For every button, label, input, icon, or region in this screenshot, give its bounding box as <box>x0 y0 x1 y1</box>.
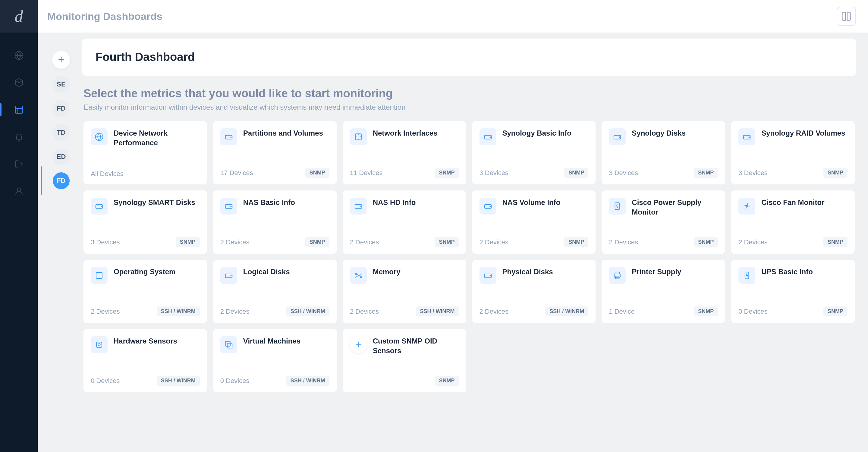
book-icon <box>841 11 852 22</box>
metric-card[interactable]: UPS Basic Info0 DevicesSNMP <box>731 260 855 323</box>
card-devices: 2 Devices <box>609 238 638 246</box>
metric-card[interactable]: Hardware Sensors0 DevicesSSH / WINRM <box>84 329 207 392</box>
disk-icon <box>220 267 237 284</box>
disk-icon <box>350 198 367 215</box>
metric-card[interactable]: Synology Disks3 DevicesSNMP <box>601 121 725 185</box>
metric-card[interactable]: Custom SNMP OID SensorsSNMP <box>343 329 466 392</box>
memory-icon <box>350 267 367 284</box>
card-bottom: 3 DevicesSNMP <box>479 168 589 178</box>
dashboard-badge-4[interactable]: FD <box>53 172 70 189</box>
globe-icon <box>91 128 107 145</box>
nav-network-icon[interactable] <box>14 51 24 60</box>
nav-dashboards-icon[interactable] <box>14 105 24 115</box>
card-tag: SNMP <box>435 237 459 247</box>
card-title: Virtual Machines <box>243 336 301 346</box>
card-top: Logical Disks <box>220 267 330 302</box>
card-devices: 2 Devices <box>220 238 250 246</box>
card-bottom: 2 DevicesSSH / WINRM <box>479 306 589 316</box>
card-devices: 3 Devices <box>479 169 509 177</box>
metric-card[interactable]: Operating System2 DevicesSSH / WINRM <box>84 260 207 323</box>
card-bottom: 2 DevicesSNMP <box>738 237 847 247</box>
card-devices: 3 Devices <box>609 169 638 177</box>
metric-card[interactable]: Partitions and Volumes17 DevicesSNMP <box>213 121 337 185</box>
metric-card[interactable]: Logical Disks2 DevicesSSH / WINRM <box>213 260 337 323</box>
metrics-grid: Device Network PerformanceAll DevicesPar… <box>82 121 856 392</box>
metric-card[interactable]: NAS Volume Info2 DevicesSNMP <box>472 190 596 254</box>
body-container: + SE FD TD ED FD Fourth Dashboard Select… <box>38 33 868 452</box>
metric-card[interactable]: Synology SMART Disks3 DevicesSNMP <box>84 190 207 254</box>
card-bottom: 2 DevicesSNMP <box>220 237 330 247</box>
nav-inventory-icon[interactable] <box>14 78 24 87</box>
disk-icon <box>220 198 237 215</box>
power-icon <box>609 198 626 215</box>
card-tag: SNMP <box>824 306 847 316</box>
card-devices: 0 Devices <box>91 377 120 385</box>
metric-card[interactable]: Synology Basic Info3 DevicesSNMP <box>472 121 596 185</box>
card-title: Printer Supply <box>632 267 681 277</box>
network-icon <box>350 128 367 145</box>
card-devices: All Devices <box>91 170 124 178</box>
main-nav: d <box>0 0 38 452</box>
card-devices: 2 Devices <box>479 238 509 246</box>
card-title: Physical Disks <box>502 267 553 277</box>
card-bottom: 2 DevicesSNMP <box>350 237 459 247</box>
card-bottom: All Devices <box>91 170 200 178</box>
help-button[interactable] <box>837 7 856 26</box>
nav-alerts-icon[interactable] <box>14 132 24 141</box>
card-tag: SNMP <box>564 237 588 247</box>
card-devices: 1 Device <box>609 308 635 316</box>
metric-card[interactable]: Network Interfaces11 DevicesSNMP <box>343 121 466 185</box>
metric-card[interactable]: Synology RAID Volumes3 DevicesSNMP <box>731 121 855 185</box>
metric-card[interactable]: Memory2 DevicesSSH / WINRM <box>343 260 466 323</box>
card-bottom: 0 DevicesSSH / WINRM <box>220 376 330 386</box>
card-top: Memory <box>350 267 459 302</box>
card-top: Custom SNMP OID Sensors <box>350 336 459 371</box>
intro-subtitle: Easily monitor information within device… <box>84 103 855 111</box>
card-title: Logical Disks <box>243 267 290 277</box>
sensor-icon <box>91 336 107 353</box>
panel-header: Fourth Dashboard <box>82 39 856 76</box>
dashboard-badge-2[interactable]: TD <box>53 124 70 141</box>
card-title: Device Network Performance <box>114 128 200 148</box>
card-bottom: 2 DevicesSNMP <box>609 237 718 247</box>
card-tag: SSH / WINRM <box>545 306 588 316</box>
card-devices: 11 Devices <box>350 169 383 177</box>
card-devices: 2 Devices <box>738 238 768 246</box>
card-top: Cisco Fan Monitor <box>738 198 847 232</box>
card-bottom: 3 DevicesSNMP <box>609 168 718 178</box>
nav-logout-icon[interactable] <box>14 159 24 169</box>
metric-card[interactable]: Device Network PerformanceAll Devices <box>84 121 207 185</box>
metric-card[interactable]: Printer Supply1 DeviceSNMP <box>601 260 725 323</box>
card-tag: SSH / WINRM <box>286 306 330 316</box>
card-top: Synology RAID Volumes <box>738 128 847 163</box>
card-title: Custom SNMP OID Sensors <box>373 336 459 356</box>
metric-card[interactable]: NAS Basic Info2 DevicesSNMP <box>213 190 337 254</box>
add-dashboard-button[interactable]: + <box>52 51 70 69</box>
metric-card[interactable]: Cisco Fan Monitor2 DevicesSNMP <box>731 190 855 254</box>
disk-icon <box>479 267 496 284</box>
dashboard-badge-3[interactable]: ED <box>53 148 70 165</box>
card-bottom: 2 DevicesSSH / WINRM <box>350 306 459 316</box>
logo[interactable]: d <box>0 0 38 33</box>
metric-card[interactable]: Virtual Machines0 DevicesSSH / WINRM <box>213 329 337 392</box>
metric-card[interactable]: NAS HD Info2 DevicesSNMP <box>343 190 466 254</box>
disk-icon <box>220 128 237 145</box>
card-title: Memory <box>373 267 401 277</box>
card-devices: 2 Devices <box>479 308 509 316</box>
card-top: Synology Basic Info <box>479 128 589 163</box>
metric-card[interactable]: Physical Disks2 DevicesSSH / WINRM <box>472 260 596 323</box>
card-top: UPS Basic Info <box>738 267 847 302</box>
card-bottom: 1 DeviceSNMP <box>609 306 718 316</box>
card-top: Partitions and Volumes <box>220 128 330 163</box>
disk-icon <box>738 128 755 145</box>
dashboard-badge-0[interactable]: SE <box>53 76 70 93</box>
dashboard-badge-1[interactable]: FD <box>53 100 70 117</box>
os-icon <box>91 267 107 284</box>
card-title: Synology SMART Disks <box>114 198 195 207</box>
card-devices: 2 Devices <box>350 308 379 316</box>
nav-profile-icon[interactable] <box>14 186 24 196</box>
card-top: Operating System <box>91 267 200 302</box>
card-bottom: 2 DevicesSSH / WINRM <box>220 306 330 316</box>
metric-card[interactable]: Cisco Power Supply Monitor2 DevicesSNMP <box>601 190 725 254</box>
disk-icon <box>479 128 496 145</box>
